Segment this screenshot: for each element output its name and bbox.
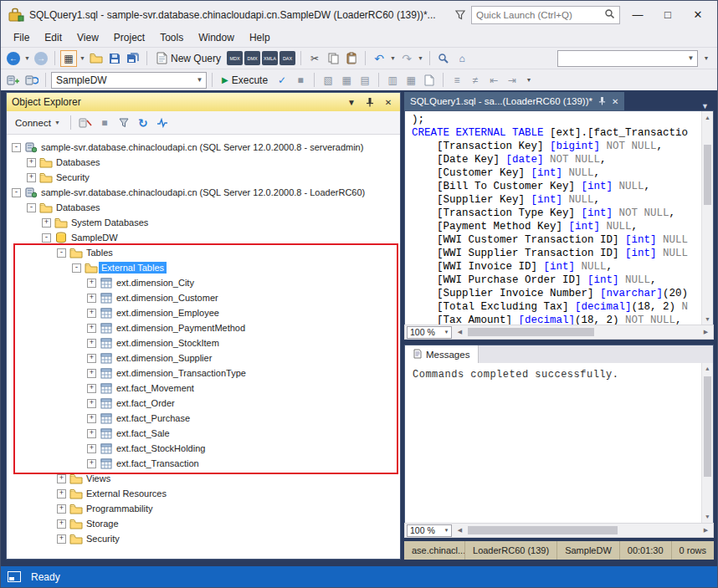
- open-file-button[interactable]: [88, 50, 105, 67]
- tree-node[interactable]: +ext.dimension_StockItem: [7, 335, 400, 350]
- tree-node[interactable]: +ext.dimension_TransactionType: [7, 366, 400, 381]
- cancel-query-button[interactable]: ■: [292, 72, 309, 89]
- tree-node[interactable]: +Views: [7, 471, 400, 486]
- new-query-options-button[interactable]: ▦: [60, 50, 77, 67]
- connect-database-button[interactable]: [5, 72, 22, 89]
- menu-item-help[interactable]: Help: [242, 29, 278, 46]
- collapse-icon[interactable]: -: [12, 143, 21, 152]
- tree-node[interactable]: +External Resources: [7, 486, 400, 501]
- navigate-forward-button[interactable]: →: [33, 50, 49, 67]
- save-all-button[interactable]: [125, 50, 141, 67]
- close-tab-icon[interactable]: ✕: [612, 97, 618, 106]
- code-editor[interactable]: );CREATE EXTERNAL TABLE [ext].[fact_Tran…: [404, 110, 714, 325]
- collapse-icon[interactable]: -: [57, 248, 66, 258]
- redo-dropdown[interactable]: ▼: [417, 50, 424, 67]
- menu-item-file[interactable]: File: [6, 29, 37, 46]
- menu-item-view[interactable]: View: [69, 29, 106, 46]
- change-connection-button[interactable]: [23, 72, 40, 89]
- tree-node[interactable]: -SampleDW: [7, 230, 400, 245]
- search-icon[interactable]: [604, 8, 615, 23]
- tree-node[interactable]: +ext.dimension_Supplier: [7, 350, 400, 366]
- stop-icon[interactable]: ■: [96, 115, 113, 131]
- tree-node[interactable]: +ext.dimension_Customer: [7, 290, 400, 305]
- tree-node[interactable]: +System Databases: [7, 215, 400, 230]
- expand-icon[interactable]: +: [87, 384, 96, 393]
- results-to-grid-button[interactable]: ▦: [403, 72, 419, 89]
- undo-dropdown[interactable]: ▼: [389, 50, 397, 67]
- chevron-down-icon[interactable]: ▼: [442, 528, 451, 533]
- results-to-text-button[interactable]: ▥: [384, 72, 401, 89]
- tree-node[interactable]: +ext.fact_Transaction: [7, 456, 400, 471]
- editor-vertical-scrollbar[interactable]: ▲ ▼: [701, 111, 713, 325]
- expand-icon[interactable]: +: [27, 158, 36, 167]
- expand-icon[interactable]: +: [87, 459, 96, 468]
- expand-icon[interactable]: +: [87, 279, 96, 288]
- indent-button[interactable]: ⇥: [504, 72, 521, 89]
- copy-button[interactable]: [325, 50, 341, 67]
- scrollbar-thumb[interactable]: [468, 526, 618, 534]
- close-panel-button[interactable]: ✕: [382, 95, 395, 109]
- expand-icon[interactable]: +: [57, 489, 66, 499]
- expand-icon[interactable]: +: [42, 218, 51, 228]
- expand-icon[interactable]: +: [87, 309, 96, 318]
- chevron-down-icon[interactable]: ▼: [685, 51, 697, 66]
- editor-horizontal-scrollbar[interactable]: 100 % ▼ ◀ ▶: [404, 325, 714, 340]
- tree-node[interactable]: +ext.fact_Sale: [7, 426, 400, 441]
- messages-tab[interactable]: Messages: [405, 345, 479, 363]
- feedback-funnel-icon[interactable]: [454, 9, 466, 21]
- tree-node[interactable]: -sample-svr.database.chinacloudapi.cn (S…: [7, 185, 400, 200]
- expand-icon[interactable]: +: [87, 339, 96, 348]
- tree-node[interactable]: +ext.fact_Movement: [7, 381, 400, 396]
- expand-icon[interactable]: +: [87, 444, 96, 453]
- scroll-left-arrow[interactable]: ◀: [454, 525, 465, 536]
- messages-horizontal-scrollbar[interactable]: 100 % ▼ ◀ ▶: [404, 523, 714, 538]
- messages-pane[interactable]: Commands completed successfully. ▲ ▼: [404, 363, 714, 523]
- collapse-icon[interactable]: -: [72, 263, 81, 273]
- pin-icon[interactable]: [598, 96, 606, 107]
- scroll-up-arrow[interactable]: ▲: [702, 111, 713, 123]
- messages-vertical-scrollbar[interactable]: ▲ ▼: [701, 363, 713, 523]
- save-button[interactable]: [106, 50, 123, 67]
- query-options-button[interactable]: ▦: [338, 72, 355, 89]
- navigate-to-button[interactable]: ⌂: [454, 50, 470, 67]
- expand-icon[interactable]: +: [87, 324, 96, 333]
- refresh-icon[interactable]: ↻: [135, 115, 151, 131]
- minimize-button[interactable]: —: [625, 5, 650, 25]
- scrollbar-track[interactable]: [468, 525, 698, 535]
- editor-zoom-selector[interactable]: 100 % ▼: [407, 326, 452, 339]
- tree-node[interactable]: +Databases: [7, 155, 400, 170]
- expand-icon[interactable]: +: [57, 534, 66, 544]
- expand-icon[interactable]: +: [87, 294, 96, 303]
- quick-launch-input[interactable]: [476, 10, 604, 20]
- undo-button[interactable]: ↶: [371, 50, 387, 67]
- expand-icon[interactable]: +: [87, 414, 96, 423]
- scrollbar-thumb[interactable]: [468, 328, 594, 336]
- document-list-dropdown[interactable]: ▼: [696, 102, 714, 110]
- maximize-button[interactable]: □: [655, 5, 680, 25]
- chevron-down-icon[interactable]: ▼: [442, 330, 451, 335]
- query-document-tab[interactable]: SQLQuery1.sql - sa...(LoaderRC60 (139))*…: [404, 92, 624, 110]
- toolbar-combo-box[interactable]: ▼: [557, 50, 698, 67]
- scrollbar-track[interactable]: [468, 327, 698, 337]
- navigate-back-button[interactable]: ←: [5, 50, 22, 67]
- redo-button[interactable]: ↷: [398, 50, 415, 67]
- cut-button[interactable]: ✂: [306, 50, 323, 67]
- tree-node[interactable]: +ext.dimension_City: [7, 275, 400, 290]
- menu-item-project[interactable]: Project: [106, 29, 152, 46]
- mdx-query-button[interactable]: MDX: [227, 51, 243, 65]
- tree-node[interactable]: +Security: [7, 531, 400, 546]
- scroll-down-arrow[interactable]: ▼: [702, 313, 713, 325]
- expand-icon[interactable]: +: [57, 504, 66, 514]
- new-query-options-dropdown[interactable]: ▼: [79, 50, 86, 67]
- tree-node[interactable]: +ext.dimension_Employee: [7, 305, 400, 320]
- tree-node[interactable]: -Databases: [7, 200, 400, 215]
- tree-node[interactable]: +Programmability: [7, 501, 400, 516]
- find-button[interactable]: [435, 50, 452, 67]
- connect-button[interactable]: Connect ▼: [12, 113, 64, 133]
- scrollbar-thumb[interactable]: [704, 376, 711, 477]
- tree-node[interactable]: +ext.fact_Purchase: [7, 411, 400, 426]
- tree-node[interactable]: -sample-svr.database.chinacloudapi.cn (S…: [7, 140, 400, 155]
- comment-button[interactable]: ≡: [449, 72, 465, 89]
- execute-button[interactable]: ▶ Execute: [218, 71, 272, 89]
- scrollbar-thumb[interactable]: [704, 145, 711, 205]
